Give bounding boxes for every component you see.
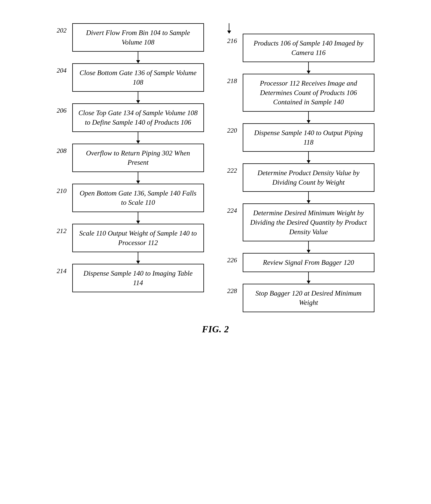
right-column: 216Products 106 of Sample 140 Imaged by … [227, 23, 375, 312]
flow-box-224: Determine Desired Minimum Weight by Divi… [243, 203, 375, 241]
flow-item: 220Dispense Sample 140 to Output Piping … [227, 123, 375, 163]
flow-box-220: Dispense Sample 140 to Output Piping 118 [243, 123, 375, 152]
box-wrapper: Scale 110 Output Weight of Sample 140 to… [72, 224, 204, 264]
flow-item: 224Determine Desired Minimum Weight by D… [227, 203, 375, 253]
flow-box-228: Stop Bagger 120 at Desired Minimum Weigh… [243, 284, 375, 312]
flow-box-210: Open Bottom Gate 136, Sample 140 Falls t… [72, 184, 204, 212]
box-wrapper: Dispense Sample 140 to Imaging Table 114 [72, 264, 204, 292]
diagram-container: 202Divert Flow From Bin 104 to Sample Vo… [12, 16, 419, 334]
box-wrapper: Dispense Sample 140 to Output Piping 118 [243, 123, 375, 163]
flow-box-218: Processor 112 Receives Image and Determi… [243, 74, 375, 112]
ref-label: 226 [227, 253, 243, 264]
ref-label: 214 [57, 264, 72, 275]
flow-item: 204Close Bottom Gate 136 of Sample Volum… [57, 63, 204, 103]
box-wrapper: Close Bottom Gate 136 of Sample Volume 1… [72, 63, 204, 103]
flow-box-202: Divert Flow From Bin 104 to Sample Volum… [72, 23, 204, 52]
ref-label: 222 [227, 163, 243, 174]
box-wrapper: Products 106 of Sample 140 Imaged by Cam… [243, 34, 375, 74]
ref-label: 218 [227, 74, 243, 85]
flow-item: 218Processor 112 Receives Image and Dete… [227, 74, 375, 123]
ref-label: 206 [57, 103, 72, 114]
ref-label: 202 [57, 23, 72, 34]
box-wrapper: Processor 112 Receives Image and Determi… [243, 74, 375, 123]
flow-box-214: Dispense Sample 140 to Imaging Table 114 [72, 264, 204, 292]
box-wrapper: Review Signal From Bagger 120 [243, 253, 375, 284]
arrow-down [136, 252, 140, 264]
box-wrapper: Determine Desired Minimum Weight by Divi… [243, 203, 375, 253]
flow-item: 228Stop Bagger 120 at Desired Minimum We… [227, 284, 375, 312]
columns-wrapper: 202Divert Flow From Bin 104 to Sample Vo… [12, 23, 419, 312]
arrow-down [136, 92, 140, 103]
flow-box-204: Close Bottom Gate 136 of Sample Volume 1… [72, 63, 204, 92]
box-wrapper: Overflow to Return Piping 302 When Prese… [72, 144, 204, 184]
arrow-down [307, 62, 310, 74]
flow-item: 208Overflow to Return Piping 302 When Pr… [57, 144, 204, 184]
ref-label: 220 [227, 123, 243, 134]
arrow-down [307, 112, 310, 123]
flow-item: 206Close Top Gate 134 of Sample Volume 1… [57, 103, 204, 144]
box-wrapper: Open Bottom Gate 136, Sample 140 Falls t… [72, 184, 204, 224]
arrow-down [307, 152, 310, 163]
box-wrapper: Divert Flow From Bin 104 to Sample Volum… [72, 23, 204, 63]
arrow-down [307, 272, 310, 284]
box-wrapper: Close Top Gate 134 of Sample Volume 108 … [72, 103, 204, 144]
ref-label: 216 [227, 34, 243, 45]
arrow-down [307, 192, 310, 203]
arrow-down [227, 23, 231, 34]
box-wrapper: Stop Bagger 120 at Desired Minimum Weigh… [243, 284, 375, 312]
flow-item: 210Open Bottom Gate 136, Sample 140 Fall… [57, 184, 204, 224]
figure-label: FIG. 2 [202, 324, 229, 334]
ref-label: 224 [227, 203, 243, 214]
flow-box-206: Close Top Gate 134 of Sample Volume 108 … [72, 103, 204, 132]
flow-box-226: Review Signal From Bagger 120 [243, 253, 375, 272]
flow-box-222: Determine Product Density Value by Divid… [243, 163, 375, 192]
flow-item: 202Divert Flow From Bin 104 to Sample Vo… [57, 23, 204, 63]
ref-label: 204 [57, 63, 72, 74]
arrow-down [136, 212, 140, 224]
box-wrapper: Determine Product Density Value by Divid… [243, 163, 375, 203]
flow-box-216: Products 106 of Sample 140 Imaged by Cam… [243, 34, 375, 62]
flow-item: 212Scale 110 Output Weight of Sample 140… [57, 224, 204, 264]
ref-label: 208 [57, 144, 72, 154]
flow-box-212: Scale 110 Output Weight of Sample 140 to… [72, 224, 204, 252]
arrow-down [307, 241, 310, 253]
left-column: 202Divert Flow From Bin 104 to Sample Vo… [57, 23, 204, 292]
ref-label: 212 [57, 224, 72, 234]
flow-item: 222Determine Product Density Value by Di… [227, 163, 375, 203]
ref-label: 210 [57, 184, 72, 195]
arrow-down [136, 132, 140, 144]
flow-item: 214Dispense Sample 140 to Imaging Table … [57, 264, 204, 292]
arrow-down [136, 172, 140, 184]
flow-item: 226Review Signal From Bagger 120 [227, 253, 375, 284]
flow-item: 216Products 106 of Sample 140 Imaged by … [227, 34, 375, 74]
arrow-down [136, 52, 140, 63]
ref-label: 228 [227, 284, 243, 295]
flow-box-208: Overflow to Return Piping 302 When Prese… [72, 144, 204, 172]
